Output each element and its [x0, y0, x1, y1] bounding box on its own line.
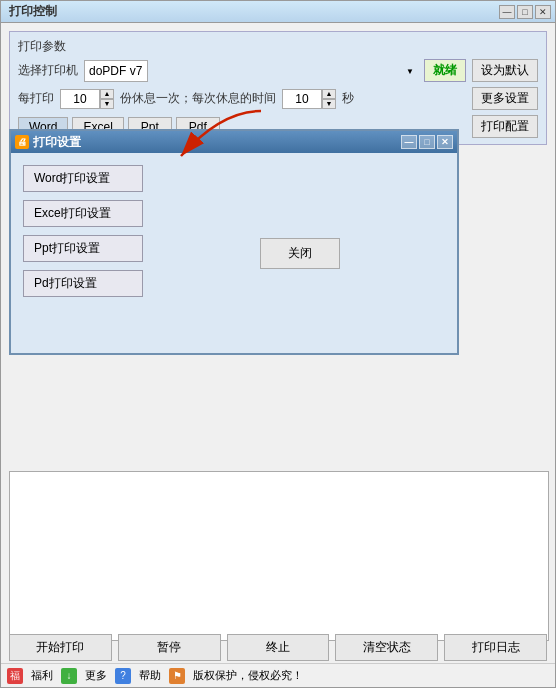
sub-dialog-close[interactable]: ✕: [437, 135, 453, 149]
print-log-button[interactable]: 打印日志: [444, 634, 547, 661]
rest-spinner[interactable]: ▲ ▼: [282, 89, 336, 109]
status-bar: 福 福利 ↓ 更多 ? 帮助 ⚑ 版权保护，侵权必究！: [1, 663, 555, 687]
status-icon-copyright: ⚑: [169, 668, 185, 684]
status-icon-more: ↓: [61, 668, 77, 684]
status-icon-help: ?: [115, 668, 131, 684]
maximize-button[interactable]: □: [517, 5, 533, 19]
ppt-settings-button[interactable]: Ppt打印设置: [23, 235, 143, 262]
pause-button[interactable]: 暂停: [118, 634, 221, 661]
printer-select-wrapper[interactable]: doPDF v7: [84, 60, 418, 82]
sub-dialog-title-text: 打印设置: [33, 134, 81, 151]
status-label-welfare: 福利: [31, 668, 53, 683]
clear-status-button[interactable]: 清空状态: [335, 634, 438, 661]
time-unit-label: 秒: [342, 90, 354, 107]
pd-settings-button[interactable]: Pd打印设置: [23, 270, 143, 297]
rest-down-button[interactable]: ▼: [322, 99, 336, 109]
interval-down-button[interactable]: ▼: [100, 99, 114, 109]
title-bar: 打印控制 — □ ✕: [1, 1, 555, 23]
close-dialog-button[interactable]: 关闭: [260, 238, 340, 269]
rest-label: 份休息一次；每次休息的时间: [120, 90, 276, 107]
printer-row: 选择打印机 doPDF v7 就绪 设为默认: [18, 59, 538, 82]
stop-button[interactable]: 终止: [227, 634, 330, 661]
interval-spin-buttons: ▲ ▼: [100, 89, 114, 109]
default-button[interactable]: 设为默认: [472, 59, 538, 82]
status-label-copyright: 版权保护，侵权必究！: [193, 668, 303, 683]
interval-label: 每打印: [18, 90, 54, 107]
word-settings-button[interactable]: Word打印设置: [23, 165, 143, 192]
sub-dialog-minimize[interactable]: —: [401, 135, 417, 149]
sub-dialog-controls: — □ ✕: [401, 135, 453, 149]
sub-dialog-maximize[interactable]: □: [419, 135, 435, 149]
sub-dialog-right-panel: 关闭: [155, 165, 445, 341]
close-button[interactable]: ✕: [535, 5, 551, 19]
more-settings-button[interactable]: 更多设置: [472, 87, 538, 110]
status-icon-welfare: 福: [7, 668, 23, 684]
interval-spinner[interactable]: ▲ ▼: [60, 89, 114, 109]
print-params-panel: 打印参数 选择打印机 doPDF v7 就绪 设为默认 每打印 ▲: [9, 31, 547, 145]
interval-input[interactable]: [60, 89, 100, 109]
status-label-more: 更多: [85, 668, 107, 683]
print-config-button[interactable]: 打印配置: [472, 115, 538, 138]
printer-label: 选择打印机: [18, 62, 78, 79]
minimize-button[interactable]: —: [499, 5, 515, 19]
title-bar-controls: — □ ✕: [499, 5, 551, 19]
window-title: 打印控制: [5, 3, 57, 20]
print-settings-dialog: 🖨 打印设置 — □ ✕ Word打印设置 Excel打印设置 Ppt打印设置 …: [9, 129, 459, 355]
log-area: [9, 471, 549, 641]
printer-select[interactable]: doPDF v7: [84, 60, 148, 82]
main-window: 打印控制 — □ ✕ 打印参数 选择打印机 doPDF v7 就绪 设为默认: [0, 0, 556, 688]
sub-dialog-icon: 🖨: [15, 135, 29, 149]
settings-buttons-column: Word打印设置 Excel打印设置 Ppt打印设置 Pd打印设置: [23, 165, 143, 341]
interval-row: 每打印 ▲ ▼ 份休息一次；每次休息的时间 ▲ ▼ 秒: [18, 87, 538, 110]
params-section-label: 打印参数: [18, 38, 538, 55]
excel-settings-button[interactable]: Excel打印设置: [23, 200, 143, 227]
sub-dialog-content: Word打印设置 Excel打印设置 Ppt打印设置 Pd打印设置 关闭: [11, 153, 457, 353]
rest-spin-buttons: ▲ ▼: [322, 89, 336, 109]
status-label-help: 帮助: [139, 668, 161, 683]
sub-dialog-title-bar: 🖨 打印设置 — □ ✕: [11, 131, 457, 153]
bottom-bar: 开始打印 暂停 终止 清空状态 打印日志: [9, 634, 547, 661]
start-print-button[interactable]: 开始打印: [9, 634, 112, 661]
rest-input[interactable]: [282, 89, 322, 109]
rest-up-button[interactable]: ▲: [322, 89, 336, 99]
status-button[interactable]: 就绪: [424, 59, 466, 82]
interval-up-button[interactable]: ▲: [100, 89, 114, 99]
